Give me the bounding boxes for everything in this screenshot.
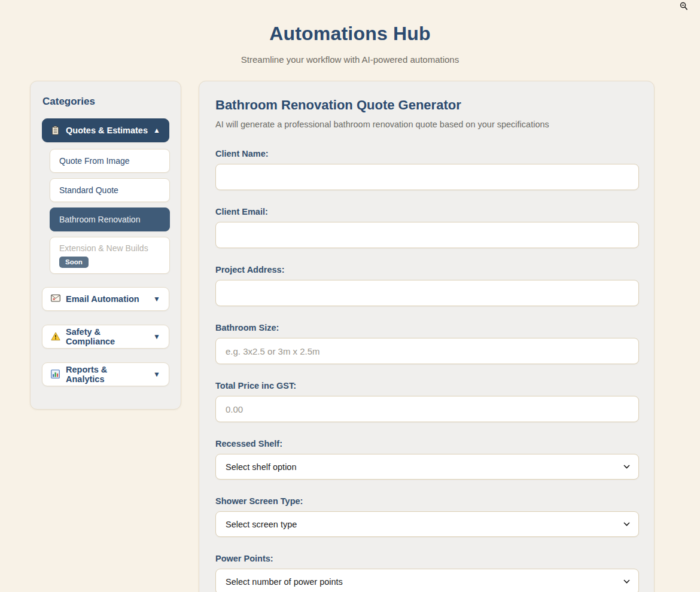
field-label: Power Points:	[215, 554, 638, 563]
select-value: Select number of power points	[226, 577, 343, 587]
category-label: Quotes & Estimates	[66, 126, 148, 135]
field-group-project-address: Project Address:	[215, 265, 638, 306]
project-address-input[interactable]	[215, 280, 639, 306]
category-quotes-estimates[interactable]: Quotes & Estimates ▲	[42, 118, 169, 142]
category-email-automation[interactable]: Email Automation ▼	[42, 287, 169, 311]
clipboard-icon	[51, 126, 60, 135]
form-body: Client Name: Client Email: Project Addre…	[215, 149, 638, 592]
field-group-total-price: Total Price inc GST:	[215, 381, 638, 422]
warning-triangle-icon	[51, 332, 60, 341]
field-label: Recessed Shelf:	[215, 439, 638, 448]
field-group-recessed-shelf: Recessed Shelf: Select shelf option	[215, 439, 638, 480]
subitem-label: Extension & New Builds	[59, 243, 148, 253]
zoom-out-magnifier-icon	[680, 2, 688, 11]
sidebar-heading: Categories	[42, 96, 169, 108]
bathroom-size-input[interactable]	[215, 338, 639, 364]
category-label: Reports & Analytics	[66, 365, 148, 384]
chevron-down-icon	[623, 579, 630, 584]
page-subtitle: Streamline your workflow with AI-powered…	[0, 54, 700, 65]
category-reports-analytics[interactable]: Reports & Analytics ▼	[42, 362, 169, 386]
form-card: Bathroom Renovation Quote Generator AI w…	[199, 81, 655, 592]
field-group-client-name: Client Name:	[215, 149, 638, 190]
quotes-subitems: Quote From Image Standard Quote Bathroom…	[50, 149, 169, 274]
chevron-up-icon: ▲	[153, 127, 160, 134]
subitem-standard-quote[interactable]: Standard Quote	[50, 178, 170, 202]
email-envelope-icon	[51, 294, 60, 304]
field-group-client-email: Client Email:	[215, 207, 638, 248]
subitem-label: Standard Quote	[59, 185, 118, 195]
category-safety-compliance[interactable]: Safety & Compliance ▼	[42, 325, 169, 349]
field-label: Client Email:	[215, 207, 638, 216]
field-label: Bathroom Size:	[215, 323, 638, 332]
subitem-bathroom-renovation[interactable]: Bathroom Renovation	[50, 207, 170, 231]
field-label: Total Price inc GST:	[215, 381, 638, 390]
field-label: Client Name:	[215, 149, 638, 158]
subitem-label: Quote From Image	[59, 156, 130, 166]
chevron-down-icon	[623, 465, 630, 469]
field-group-bathroom-size: Bathroom Size:	[215, 323, 638, 364]
form-description: AI will generate a professional bathroom…	[215, 120, 638, 129]
category-label: Email Automation	[66, 294, 139, 304]
select-value: Select shelf option	[226, 462, 297, 472]
subitem-label: Bathroom Renovation	[59, 215, 140, 224]
client-email-input[interactable]	[215, 222, 639, 248]
page-header: Automations Hub Streamline your workflow…	[0, 0, 700, 65]
form-title: Bathroom Renovation Quote Generator	[215, 97, 638, 113]
shower-screen-select[interactable]: Select screen type	[215, 511, 639, 537]
soon-badge: Soon	[59, 257, 89, 268]
subitem-quote-from-image[interactable]: Quote From Image	[50, 149, 170, 173]
page-title: Automations Hub	[0, 23, 700, 45]
field-group-power-points: Power Points: Select number of power poi…	[215, 554, 638, 592]
bar-chart-icon	[51, 370, 60, 379]
chevron-down-icon: ▼	[153, 295, 160, 303]
categories-sidebar: Categories Quotes & Estimates ▲ Quote Fr…	[30, 81, 181, 410]
field-group-shower-screen: Shower Screen Type: Select screen type	[215, 496, 638, 537]
recessed-shelf-select[interactable]: Select shelf option	[215, 454, 639, 480]
chevron-down-icon: ▼	[153, 371, 160, 378]
field-label: Project Address:	[215, 265, 638, 274]
client-name-input[interactable]	[215, 164, 639, 190]
total-price-input[interactable]	[215, 396, 639, 422]
category-label: Safety & Compliance	[66, 327, 148, 346]
field-label: Shower Screen Type:	[215, 496, 638, 506]
power-points-select[interactable]: Select number of power points	[215, 569, 639, 592]
select-value: Select screen type	[226, 520, 297, 529]
subitem-extension-new-builds: Extension & New Builds Soon	[50, 237, 170, 274]
chevron-down-icon	[623, 522, 630, 526]
chevron-down-icon: ▼	[153, 333, 160, 340]
